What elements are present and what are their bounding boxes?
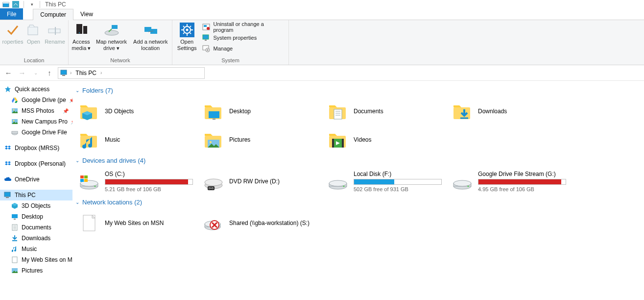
sidebar: Quick access Google Drive (pe📌 MSS Photo… — [0, 81, 72, 300]
section-folders[interactable]: ⌄ Folders (7) — [75, 84, 641, 97]
sidebar-dropbox-mrss[interactable]: Dropbox (MRSS) — [0, 143, 72, 153]
svg-rect-57 — [334, 109, 342, 119]
chevron-down-icon: ⌄ — [75, 158, 79, 163]
folder-label: Documents — [354, 108, 383, 115]
svg-point-90 — [468, 186, 469, 187]
quick-access-toolbar: ▾ — [0, 0, 38, 8]
folder-tile[interactable]: Videos — [324, 125, 449, 154]
network-tile[interactable]: My Web Sites on MSN — [75, 209, 200, 237]
up-button[interactable]: ↑ — [44, 68, 55, 78]
access-media-button[interactable]: Access media ▾ — [71, 21, 92, 52]
tab-view[interactable]: View — [73, 8, 100, 20]
svg-rect-10 — [112, 25, 118, 29]
content: ⌄ Folders (7) 3D ObjectsDesktopDocuments… — [72, 81, 644, 300]
folder-tile[interactable]: 3D Objects — [75, 97, 200, 125]
photo-icon — [11, 267, 19, 275]
sidebar-pictures[interactable]: Pictures — [0, 265, 72, 276]
sidebar-quick-access[interactable]: Quick access — [0, 84, 72, 95]
gear-icon — [179, 22, 195, 38]
uninstall-button[interactable]: Uninstall or change a program — [202, 22, 285, 32]
folder-tile[interactable]: Documents — [324, 97, 449, 125]
add-location-label: Add a network location — [132, 39, 169, 51]
svg-point-8 — [79, 32, 80, 33]
system-properties-button[interactable]: System properties — [202, 33, 285, 43]
section-network[interactable]: ⌄ Network locations (2) — [75, 196, 641, 209]
section-drives[interactable]: ⌄ Devices and drives (4) — [75, 154, 641, 167]
manage-button[interactable]: Manage — [202, 44, 285, 53]
drive-icon — [11, 128, 19, 136]
folder-tile[interactable]: Pictures — [200, 125, 324, 154]
sidebar-web-sites[interactable]: My Web Sites on M — [0, 254, 72, 265]
svg-point-74 — [95, 186, 96, 187]
network-tile[interactable]: Shared (\\gba-workstation) (S:) — [200, 209, 324, 237]
folder-label: 3D Objects — [105, 108, 134, 115]
back-button[interactable]: ← — [3, 68, 14, 78]
folder-tile[interactable]: Desktop — [200, 97, 324, 125]
open-settings-label: Open Settings — [175, 39, 198, 51]
properties-label: roperties — [2, 39, 24, 45]
add-location-button[interactable]: Add a network location — [131, 21, 170, 52]
folder-icon — [203, 100, 224, 122]
folder-tile[interactable]: Downloads — [449, 97, 573, 125]
drive-label: DVD RW Drive (D:) — [229, 178, 280, 185]
desktop-icon — [11, 213, 19, 221]
sidebar-desktop[interactable]: Desktop — [0, 211, 72, 222]
qat-dropdown-icon[interactable]: ▾ — [28, 0, 36, 8]
tab-computer[interactable]: Computer — [33, 9, 73, 20]
ribbon-group-location: roperties Open Rename Location — [0, 20, 69, 65]
drive-icon — [78, 171, 100, 192]
star-icon — [4, 85, 12, 93]
document-icon — [11, 224, 19, 231]
chevron-right-icon[interactable]: › — [99, 70, 103, 75]
sidebar-qa-item[interactable]: MSS Photos📌 — [0, 105, 72, 116]
uninstall-label: Uninstall or change a program — [213, 21, 285, 33]
drive-tile[interactable]: OS (C:)5.21 GB free of 106 GB — [75, 167, 200, 196]
map-drive-label: Map network drive ▾ — [94, 39, 129, 51]
rename-button[interactable]: Rename — [44, 21, 66, 46]
svg-point-38 — [13, 120, 15, 122]
svg-rect-40 — [12, 131, 18, 133]
sidebar-music[interactable]: Music — [0, 244, 72, 254]
folder-icon — [203, 129, 224, 150]
uninstall-icon — [202, 23, 210, 31]
pin-icon: 📌 — [63, 108, 69, 114]
open-settings-button[interactable]: Open Settings — [174, 21, 199, 52]
folder-tile[interactable]: Music — [75, 125, 200, 154]
sidebar-onedrive[interactable]: OneDrive — [0, 174, 72, 185]
svg-point-66 — [210, 141, 212, 143]
drive-tile[interactable]: Local Disk (F:)502 GB free of 931 GB — [324, 167, 449, 196]
sidebar-dropbox-personal[interactable]: Dropbox (Personal) — [0, 158, 72, 169]
sidebar-qa-item[interactable]: New Campus Pro📌 — [0, 116, 72, 127]
forward-button[interactable]: → — [17, 68, 27, 78]
drive-tile[interactable]: DVDDVD RW Drive (D:) — [200, 167, 324, 196]
open-button[interactable]: Open — [24, 21, 43, 46]
drive-sub: 4.95 GB free of 106 GB — [478, 186, 566, 192]
group-label-network: Network — [71, 56, 170, 65]
properties-button[interactable]: roperties — [2, 21, 24, 46]
svg-rect-75 — [80, 175, 84, 178]
tab-file[interactable]: File — [0, 8, 23, 20]
ribbon-tabs: File Computer View — [0, 8, 644, 20]
sidebar-qa-item[interactable]: Google Drive File — [0, 127, 72, 138]
sidebar-downloads[interactable]: Downloads — [0, 233, 72, 244]
qat-separator — [24, 1, 24, 8]
titlebar: ▾ This PC — [0, 0, 644, 8]
sidebar-this-pc[interactable]: This PC — [0, 190, 72, 200]
folder-label: Music — [105, 136, 120, 143]
breadcrumb-this-pc[interactable]: This PC — [73, 70, 98, 76]
recent-dropdown[interactable]: ⌄ — [30, 68, 41, 78]
sidebar-qa-item[interactable]: Google Drive (pe📌 — [0, 95, 72, 105]
network-label: Shared (\\gba-workstation) (S:) — [229, 220, 310, 226]
sidebar-3d-objects[interactable]: 3D Objects — [0, 200, 72, 211]
drive-tile[interactable]: Google Drive File Stream (G:)4.95 GB fre… — [449, 167, 573, 196]
address-bar[interactable]: › This PC › — [58, 67, 205, 79]
network-label: My Web Sites on MSN — [105, 220, 164, 226]
sidebar-documents[interactable]: Documents — [0, 222, 72, 233]
map-drive-button[interactable]: Map network drive ▾ — [93, 21, 130, 52]
drives-grid: OS (C:)5.21 GB free of 106 GBDVDDVD RW D… — [75, 167, 641, 196]
network-grid: My Web Sites on MSNShared (\\gba-worksta… — [75, 209, 641, 237]
network-location-icon — [78, 212, 100, 234]
add-location-icon — [143, 22, 158, 38]
main: Quick access Google Drive (pe📌 MSS Photo… — [0, 81, 644, 300]
chevron-right-icon[interactable]: › — [69, 70, 72, 75]
